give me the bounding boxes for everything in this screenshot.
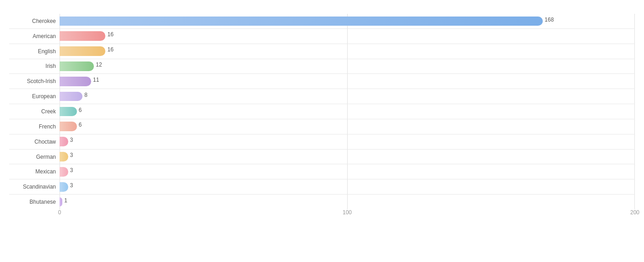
bar-row: Mexican3 (9, 164, 635, 179)
bar-value: 168 (545, 17, 554, 23)
bar-value: 3 (70, 167, 73, 173)
bar-label: English (9, 48, 60, 55)
bar-track: 6 (60, 119, 635, 134)
bar: 11 (60, 77, 91, 86)
x-tick: 0 (58, 209, 61, 216)
bar-value: 6 (79, 107, 82, 113)
bar-row: Scotch-Irish11 (9, 74, 635, 89)
bar-track: 12 (60, 59, 635, 74)
bar-track: 3 (60, 164, 635, 179)
bar-row: English16 (9, 44, 635, 59)
bar: 3 (60, 167, 68, 177)
bar: 3 (60, 137, 68, 146)
bar: 3 (60, 182, 68, 192)
bar-label: Cherokee (9, 18, 60, 24)
bar-track: 8 (60, 89, 635, 104)
bar-value: 16 (107, 31, 113, 38)
bar-track: 3 (60, 150, 635, 164)
bar-row: German3 (9, 150, 635, 165)
bar-track: 1 (60, 195, 635, 209)
bar-value: 1 (64, 197, 67, 204)
bar-label: European (9, 93, 60, 100)
x-tick: 200 (630, 209, 639, 216)
bar-label: Mexican (9, 168, 60, 175)
bar-row: American16 (9, 29, 635, 44)
bar-row: French6 (9, 119, 635, 134)
bar-value: 3 (70, 137, 73, 143)
bar: 6 (60, 107, 77, 117)
x-axis: 0100200 (60, 209, 635, 223)
bar-label: Choctaw (9, 139, 60, 145)
bar-track: 168 (60, 14, 635, 28)
bar-value: 6 (79, 122, 82, 128)
bar-row: Choctaw3 (9, 134, 635, 150)
bar-label: Irish (9, 63, 60, 69)
bar-value: 12 (96, 61, 102, 68)
bar-track: 16 (60, 44, 635, 59)
bar-value: 11 (93, 77, 99, 83)
bar: 6 (60, 122, 77, 131)
bar-row: Cherokee168 (9, 14, 635, 29)
bar: 16 (60, 31, 105, 41)
bar-row: European8 (9, 89, 635, 104)
bar: 168 (60, 17, 543, 26)
bar-value: 3 (70, 182, 73, 189)
bar-label: Scotch-Irish (9, 78, 60, 84)
bar-track: 3 (60, 179, 635, 194)
bar-row: Scandinavian3 (9, 179, 635, 195)
bar-label: French (9, 123, 60, 130)
bar-value: 16 (107, 46, 113, 53)
x-tick: 100 (343, 209, 352, 216)
bar: 3 (60, 152, 68, 162)
bar-label: Bhutanese (9, 199, 60, 205)
bar: 1 (60, 197, 62, 207)
bar-value: 3 (70, 152, 73, 158)
chart-container: Cherokee168American16English16Irish12Sco… (0, 0, 644, 262)
bar-row: Bhutanese1 (9, 195, 635, 209)
bar-track: 11 (60, 74, 635, 89)
chart-area: Cherokee168American16English16Irish12Sco… (9, 14, 635, 223)
bar: 16 (60, 46, 105, 56)
bar-label: German (9, 154, 60, 160)
bar-track: 6 (60, 104, 635, 119)
bar-label: Creek (9, 108, 60, 115)
bar: 8 (60, 92, 82, 101)
bar-label: Scandinavian (9, 184, 60, 190)
bar-row: Irish12 (9, 59, 635, 74)
bar-row: Creek6 (9, 104, 635, 119)
bar-value: 8 (84, 92, 87, 98)
bar-track: 3 (60, 134, 635, 149)
bar-track: 16 (60, 29, 635, 44)
bar-label: American (9, 33, 60, 39)
bars-container: Cherokee168American16English16Irish12Sco… (9, 14, 635, 209)
bar: 12 (60, 61, 94, 71)
